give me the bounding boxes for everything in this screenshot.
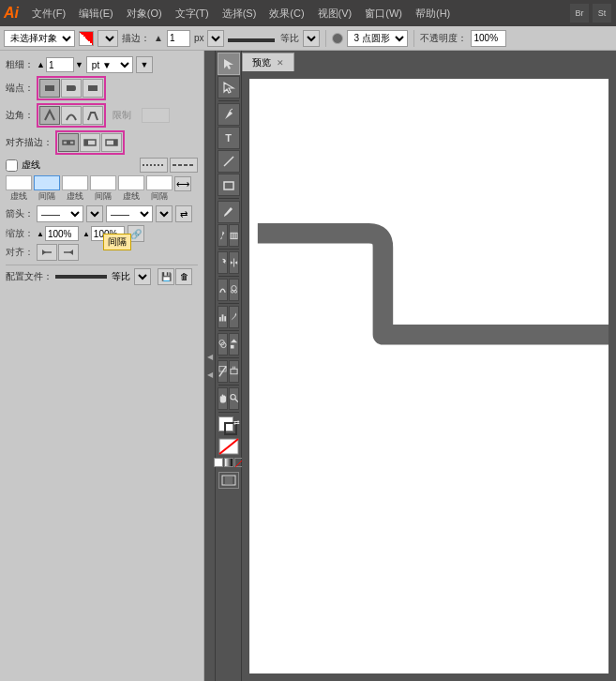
color-mode-btn[interactable] xyxy=(214,458,223,467)
gap-input-2[interactable] xyxy=(90,175,116,190)
flat-cap-btn[interactable] xyxy=(39,79,60,98)
menu-help[interactable]: 帮助(H) xyxy=(410,5,456,23)
zoom-tool-btn[interactable] xyxy=(229,387,239,410)
blend-tool-btn[interactable] xyxy=(229,333,239,356)
slice-tool-btn[interactable] xyxy=(218,360,228,383)
tool-divider-6 xyxy=(218,330,239,331)
swap-colors-btn[interactable]: ⇄ xyxy=(233,418,240,427)
menu-file[interactable]: 文件(F) xyxy=(26,5,71,23)
align-stroke-row: 对齐描边： xyxy=(6,130,198,155)
menu-text[interactable]: 文字(T) xyxy=(170,5,215,23)
bridge-btn[interactable]: Br xyxy=(570,4,589,23)
canvas-tab-preview[interactable]: 预览 ✕ xyxy=(242,53,294,71)
col-graph-btn[interactable] xyxy=(218,306,228,328)
dash-label-1: 虚线 xyxy=(6,190,32,203)
weight-up[interactable]: ▲ xyxy=(37,60,45,69)
config-line-preview xyxy=(55,275,107,279)
select-tool-btn[interactable] xyxy=(218,53,240,75)
align-end-btn[interactable] xyxy=(58,244,79,261)
scale1-input[interactable] xyxy=(45,226,79,241)
inside-align-btn[interactable] xyxy=(80,133,100,152)
weight-menu-btn[interactable]: ▼ xyxy=(136,56,153,73)
screen-mode-btn[interactable] xyxy=(218,472,239,489)
bevel-join-btn[interactable] xyxy=(83,106,103,125)
stroke-up-arrow[interactable]: ▲ xyxy=(154,33,163,43)
menu-select[interactable]: 选择(S) xyxy=(217,5,263,23)
line-tool-btn[interactable] xyxy=(218,150,240,173)
graph-tool-btn[interactable] xyxy=(229,224,239,247)
equal-select[interactable]: ▼ xyxy=(303,30,320,47)
dash-input-3[interactable] xyxy=(118,175,144,190)
white-canvas[interactable] xyxy=(249,79,608,673)
symbol-tool-btn[interactable] xyxy=(229,279,239,301)
weight-dropdown[interactable]: ▼ xyxy=(136,56,153,73)
arrow-end-select[interactable]: —— xyxy=(106,205,153,222)
shapebuilder-tool-btn[interactable] xyxy=(218,333,228,356)
weight-controls: ▲ ▼ xyxy=(37,57,83,72)
eyedrop-tool-btn[interactable] xyxy=(229,306,239,328)
menu-edit[interactable]: 编辑(E) xyxy=(73,5,119,23)
stroke-shape-select[interactable]: □ xyxy=(98,30,118,47)
menu-window[interactable]: 窗口(W) xyxy=(359,5,408,23)
dash-input-2[interactable] xyxy=(62,175,88,190)
type-tool-btn[interactable]: T xyxy=(218,127,240,149)
canvas-tab-close[interactable]: ✕ xyxy=(277,58,284,68)
none-swatch[interactable] xyxy=(218,438,239,455)
config-select[interactable]: ▼ xyxy=(134,268,151,285)
align-start-btn[interactable] xyxy=(37,244,57,261)
gap-input-3[interactable] xyxy=(146,175,173,190)
svg-rect-10 xyxy=(113,140,117,145)
pencil-tool-btn[interactable] xyxy=(218,224,228,247)
weight-unit-select[interactable]: pt ▼ xyxy=(86,56,133,73)
gradient-mode-btn[interactable] xyxy=(224,458,233,467)
point-style-select[interactable]: 3 点圆形 xyxy=(347,30,408,47)
weight-down[interactable]: ▼ xyxy=(75,60,83,69)
warp-tool-btn[interactable] xyxy=(218,279,228,301)
dash-style-btn2[interactable] xyxy=(170,158,198,173)
gap-input-1[interactable] xyxy=(34,175,60,190)
menubar: Ai 文件(F) 编辑(E) 对象(O) 文字(T) 选择(S) 效果(C) 视… xyxy=(0,0,616,26)
arrow-start-btn[interactable]: ▼ xyxy=(86,205,103,222)
opacity-input[interactable] xyxy=(471,30,506,47)
hand-tool-btn[interactable] xyxy=(218,387,228,410)
swap-arrows-btn[interactable]: ⇄ xyxy=(175,205,192,222)
brush-tool-btn[interactable] xyxy=(218,201,240,223)
dashed-checkbox[interactable] xyxy=(6,159,18,172)
rect-tool-btn[interactable] xyxy=(218,174,240,196)
square-cap-btn[interactable] xyxy=(83,79,103,98)
pen-tool-btn[interactable] xyxy=(218,103,240,126)
config-delete-btn[interactable]: 🗑 xyxy=(175,268,192,285)
limit-input[interactable] xyxy=(142,108,170,123)
menu-view[interactable]: 视图(V) xyxy=(312,5,358,23)
center-align-btn[interactable] xyxy=(58,133,79,152)
dash-options-btn[interactable]: ⟷ xyxy=(174,176,191,191)
stock-btn[interactable]: St xyxy=(593,4,611,23)
round-join-btn[interactable] xyxy=(61,106,82,125)
stroke-label: 描边： xyxy=(122,32,150,45)
direct-select-tool-btn[interactable] xyxy=(218,76,240,98)
reflect-tool-btn[interactable] xyxy=(229,251,239,274)
arrow-row: 箭头： —— ▼ —— ▼ ⇄ xyxy=(6,205,198,222)
dash-style-btn1[interactable] xyxy=(140,158,168,173)
scale2-up[interactable]: ▲ xyxy=(83,230,90,238)
stroke-unit-select[interactable]: ▼ xyxy=(207,30,224,47)
arrow-start-select[interactable]: —— xyxy=(37,205,83,222)
stroke-value-input[interactable] xyxy=(167,30,190,47)
dash-input-1[interactable] xyxy=(6,175,32,190)
scale1-up[interactable]: ▲ xyxy=(37,230,44,238)
outside-align-btn[interactable] xyxy=(101,133,122,152)
weight-input[interactable] xyxy=(46,57,74,72)
stroke-color-swatch[interactable] xyxy=(79,31,94,46)
rotate-tool-btn[interactable] xyxy=(218,251,228,274)
object-type-select[interactable]: 未选择对象 xyxy=(4,30,75,47)
svg-marker-16 xyxy=(69,250,73,255)
config-save-btn[interactable]: 💾 xyxy=(158,268,174,285)
panel-collapse-strip[interactable]: ◀ ◀ xyxy=(204,51,216,681)
miter-join-btn[interactable] xyxy=(39,106,60,125)
menu-effect[interactable]: 效果(C) xyxy=(263,5,309,23)
menu-object[interactable]: 对象(O) xyxy=(121,5,168,23)
round-cap-btn[interactable] xyxy=(61,79,82,98)
link-tool-btn[interactable] xyxy=(229,360,239,383)
arrow-end-btn[interactable]: ▼ xyxy=(156,205,173,222)
svg-rect-1 xyxy=(53,85,54,91)
